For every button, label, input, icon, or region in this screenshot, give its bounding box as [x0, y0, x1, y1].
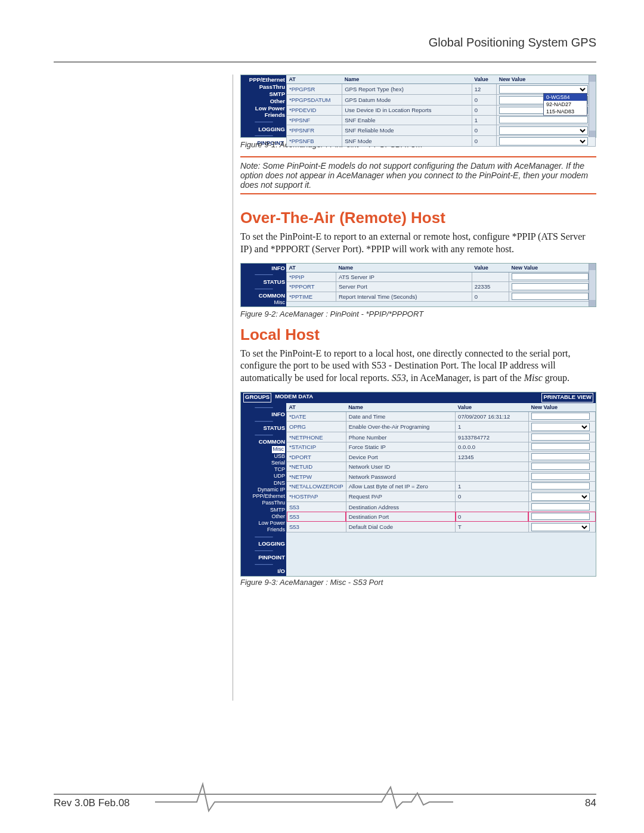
sidebar-logging[interactable]: LOGGING — [242, 540, 285, 547]
newvalue-select[interactable] — [531, 423, 590, 431]
cell-newvalue[interactable] — [528, 522, 595, 532]
cell-name: SNF Enable — [342, 115, 472, 125]
newvalue-input[interactable] — [531, 473, 590, 480]
page-footer: Rev 3.0B Feb.08 84 — [54, 794, 596, 809]
cell-newvalue[interactable] — [509, 272, 595, 282]
sidebar-sub[interactable]: Misc — [242, 299, 285, 306]
sidebar-sub[interactable]: USB — [242, 453, 285, 460]
fig1-datum-dropdown[interactable]: 0-WGS84 92-NAD27 115-NAD83 — [543, 93, 587, 116]
scrollbar[interactable] — [589, 75, 596, 137]
sidebar-sub[interactable]: Dynamic IP — [242, 487, 285, 493]
col-header: Name — [346, 403, 455, 412]
sidebar-logging[interactable]: LOGGING — [242, 126, 285, 133]
newvalue-input[interactable] — [531, 463, 590, 470]
sidebar-sub[interactable]: TCP — [242, 466, 285, 473]
newvalue-select[interactable] — [499, 126, 588, 135]
sidebar-item[interactable]: PPP/Ethernet — [242, 76, 285, 83]
newvalue-input[interactable] — [512, 293, 589, 300]
sidebar-pinpoint[interactable]: PINPOINT — [242, 554, 285, 561]
cell-newvalue[interactable] — [528, 481, 595, 491]
sidebar-item[interactable]: INFO — [242, 265, 285, 272]
sidebar-item[interactable]: COMMON — [242, 438, 285, 445]
sidebar-sub[interactable]: SMTP — [242, 507, 285, 513]
topbar-groups[interactable]: GROUPS — [243, 393, 271, 402]
cell-newvalue[interactable] — [497, 115, 596, 125]
newvalue-select[interactable] — [499, 137, 588, 145]
sidebar-item[interactable]: Friends — [242, 112, 285, 119]
sidebar-sub[interactable]: PPP/Ethernet — [242, 493, 285, 500]
table-row: *DATEDate and Time07/09/2007 16:31:12 — [287, 411, 596, 422]
newvalue-input[interactable] — [531, 453, 590, 460]
newvalue-select[interactable] — [499, 85, 588, 94]
sidebar-item[interactable]: PassThru — [242, 83, 285, 91]
sidebar-item[interactable]: SMTP — [242, 91, 285, 98]
cell-at: *PPIP — [287, 272, 336, 282]
cell-newvalue[interactable] — [497, 125, 596, 136]
topbar-printable-view[interactable]: PRINTABLE VIEW — [541, 393, 593, 402]
sidebar-sub-misc[interactable]: Misc — [272, 446, 286, 453]
sidebar-item[interactable]: STATUS — [242, 278, 285, 286]
cell-value: 0 — [472, 292, 509, 302]
col-header: AT — [287, 403, 346, 412]
cell-at: S53 — [287, 522, 346, 532]
topbar-modem-data: MODEM DATA — [271, 393, 541, 402]
cell-name: Force Static IP — [346, 442, 455, 452]
cell-newvalue[interactable] — [528, 452, 595, 462]
newvalue-input[interactable] — [512, 283, 589, 290]
cell-newvalue[interactable] — [509, 292, 595, 302]
sidebar-sub[interactable]: DNS — [242, 480, 285, 487]
dropdown-option[interactable]: 115-NAD83 — [544, 108, 587, 115]
cell-newvalue[interactable] — [528, 432, 595, 442]
newvalue-input[interactable] — [531, 413, 590, 420]
sidebar-sub[interactable]: Friends — [242, 527, 285, 533]
cell-newvalue[interactable] — [528, 411, 595, 422]
newvalue-input[interactable] — [531, 443, 590, 450]
sidebar-sub[interactable]: PassThru — [242, 500, 285, 506]
sidebar-item[interactable]: Low Power — [242, 105, 285, 112]
cell-name: Default Dial Code — [346, 522, 455, 532]
dropdown-option[interactable]: 0-WGS84 — [544, 94, 587, 101]
sidebar-sub[interactable]: UDP — [242, 473, 285, 479]
table-row: *PPSNFBSNF Mode0 — [287, 136, 596, 147]
newvalue-input[interactable] — [531, 513, 590, 520]
newvalue-input[interactable] — [499, 116, 588, 123]
cell-name: Use Device ID in Location Reports — [342, 106, 472, 116]
table-row: *DPORTDevice Port12345 — [287, 452, 596, 462]
sidebar-sub[interactable]: Other — [242, 513, 285, 520]
newvalue-input[interactable] — [531, 482, 590, 490]
sidebar-item[interactable]: Other — [242, 98, 285, 105]
dropdown-option[interactable]: 92-NAD27 — [544, 101, 587, 108]
table-row: *PPPORTServer Port22335 — [287, 282, 596, 292]
cell-at: *PPSNF — [287, 115, 342, 125]
sidebar-sub[interactable]: Low Power — [242, 520, 285, 527]
sidebar-io[interactable]: I/O — [242, 568, 285, 575]
cell-newvalue[interactable] — [528, 491, 595, 502]
scrollbar[interactable] — [589, 264, 596, 306]
cell-at: *DATE — [287, 411, 346, 422]
cell-newvalue[interactable] — [528, 512, 595, 522]
cell-name: Enable Over-the-Air Programing — [346, 422, 455, 432]
sidebar-item[interactable]: STATUS — [242, 425, 285, 432]
footer-rev: Rev 3.0B Feb.08 — [54, 797, 130, 809]
newvalue-select[interactable] — [531, 493, 590, 501]
col-header: Value — [456, 403, 529, 412]
newvalue-input[interactable] — [512, 273, 589, 280]
newvalue-input[interactable] — [531, 433, 590, 441]
cell-newvalue[interactable] — [528, 422, 595, 432]
cell-newvalue[interactable] — [509, 282, 595, 292]
newvalue-input[interactable] — [531, 503, 590, 510]
sidebar-item[interactable]: COMMON — [242, 292, 285, 299]
cell-newvalue[interactable] — [528, 442, 595, 452]
table-row: *PPTIMEReport Interval Time (Seconds)0 — [287, 292, 596, 302]
fig3-sidebar: --------------- INFO --------------- STA… — [241, 403, 286, 576]
cell-name: GPS Report Type (hex) — [342, 84, 472, 95]
cell-newvalue[interactable] — [528, 462, 595, 472]
newvalue-select[interactable] — [531, 523, 590, 531]
sidebar-sub[interactable]: Serial — [242, 460, 285, 466]
cell-newvalue[interactable] — [497, 136, 596, 147]
sidebar-item[interactable]: INFO — [242, 411, 285, 418]
cell-value: 0 — [472, 106, 496, 116]
cell-newvalue[interactable] — [528, 472, 595, 482]
cell-newvalue[interactable] — [528, 502, 595, 512]
fig2-caption: Figure 9-2: AceManager : PinPoint - *PPI… — [240, 309, 596, 318]
